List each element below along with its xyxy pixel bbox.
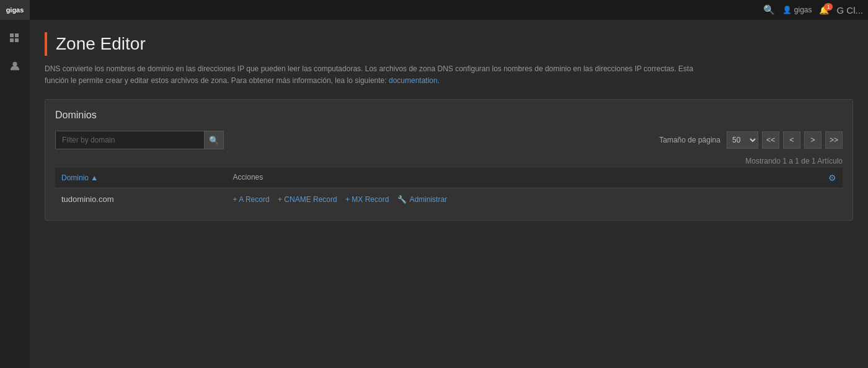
page-size-select[interactable]: 10 25 50 100: [727, 131, 758, 149]
user-menu[interactable]: 👤 gigas: [782, 6, 812, 14]
cloud-label[interactable]: G Cl...: [836, 5, 863, 15]
search-icon[interactable]: 🔍: [763, 4, 775, 15]
nav-grid-icon[interactable]: [0, 25, 30, 52]
table-row: tudominio.com + A Record + CNAME Record …: [55, 188, 843, 211]
page-title-bar: Zone Editor: [45, 32, 853, 56]
svg-rect-0: [10, 33, 14, 37]
pagination-group: Tamaño de página 10 25 50 100 << < > >>: [659, 131, 843, 149]
svg-rect-2: [10, 38, 14, 42]
topbar-right: 🔍 👤 gigas 🔔 1 G Cl...: [763, 4, 863, 15]
topbar: gigas 🔍 👤 gigas 🔔 1 G Cl...: [0, 0, 868, 20]
filter-input[interactable]: [55, 131, 204, 149]
next-page-button[interactable]: >: [804, 131, 822, 149]
svg-point-4: [12, 62, 17, 66]
content-area: Zone Editor DNS convierte los nombres de…: [30, 20, 868, 368]
left-nav: [0, 20, 30, 368]
user-label: gigas: [794, 6, 812, 14]
topbar-logo: gigas: [0, 0, 30, 20]
wrench-icon: 🔧: [397, 195, 407, 204]
last-page-button[interactable]: >>: [825, 131, 843, 149]
table-header-row: Dominio ▲ Acciones ⚙: [55, 168, 843, 188]
table-settings-icon[interactable]: ⚙: [828, 173, 836, 183]
panel-title: Dominios: [55, 110, 843, 121]
title-accent: [45, 32, 47, 56]
mx-record-link[interactable]: + MX Record: [345, 195, 391, 204]
user-icon: 👤: [782, 6, 792, 14]
domain-cell: tudominio.com: [55, 188, 227, 211]
prev-page-button[interactable]: <: [783, 131, 800, 149]
page-description: DNS convierte los nombres de dominio en …: [45, 63, 714, 87]
first-page-button[interactable]: <<: [762, 131, 779, 149]
actions-column-header: Acciones ⚙: [227, 168, 843, 188]
domains-panel: Dominios 🔍 Tamaño de página 10 25 50 100…: [45, 99, 853, 221]
domain-column-header[interactable]: Dominio ▲: [55, 168, 227, 188]
layout: Zone Editor DNS convierte los nombres de…: [0, 0, 868, 368]
svg-rect-3: [15, 38, 19, 42]
cname-record-link[interactable]: + CNAME Record: [278, 195, 339, 204]
page-size-label: Tamaño de página: [659, 136, 720, 144]
documentation-link[interactable]: documentation: [389, 76, 438, 85]
filter-group: 🔍: [55, 131, 224, 149]
page-title: Zone Editor: [56, 34, 146, 54]
administrar-link[interactable]: 🔧 Administrar: [397, 195, 447, 204]
toolbar: 🔍 Tamaño de página 10 25 50 100 << < > >…: [55, 131, 843, 149]
notification-badge: 1: [824, 3, 833, 11]
notification-bell[interactable]: 🔔 1: [819, 6, 829, 15]
search-button[interactable]: 🔍: [204, 131, 224, 149]
domains-table: Dominio ▲ Acciones ⚙ tudominio.com +: [55, 168, 843, 210]
actions-cell: + A Record + CNAME Record + MX Record 🔧 …: [227, 188, 843, 211]
a-record-link[interactable]: + A Record: [233, 195, 272, 204]
nav-users-icon[interactable]: [0, 52, 30, 79]
showing-text: Mostrando 1 a 1 de 1 Artículo: [55, 157, 843, 165]
svg-rect-1: [15, 33, 19, 37]
